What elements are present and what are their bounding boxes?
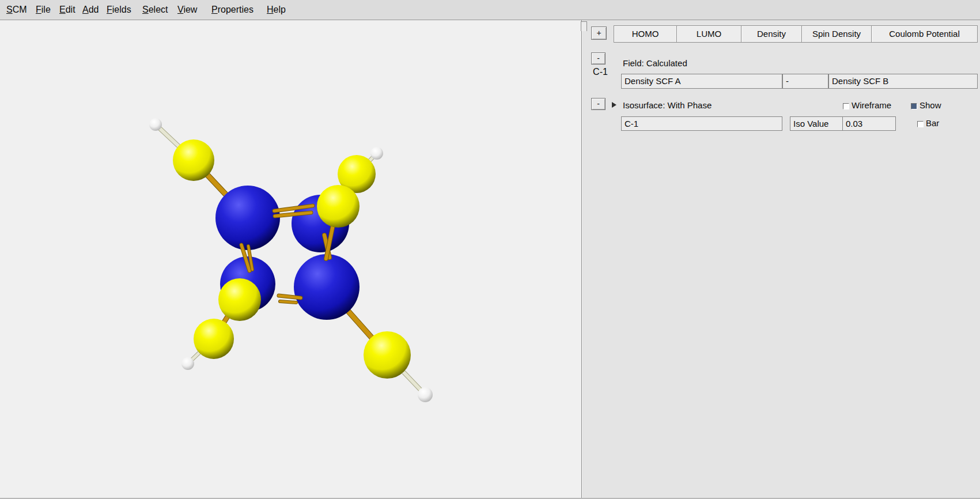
hydrogen-atom[interactable] [181, 357, 194, 370]
sash-handle-icon[interactable] [581, 21, 587, 31]
menu-select[interactable]: Select [141, 0, 169, 20]
hydrogen-atom[interactable] [149, 118, 162, 131]
menu-bar: SCMFileEditAddFieldsSelectViewProperties… [0, 0, 980, 20]
show-label[interactable]: Show [920, 100, 941, 110]
menu-add[interactable]: Add [81, 0, 100, 20]
isosurface-section-title: Isosurface: With Phase [623, 100, 712, 110]
menu-fields[interactable]: Fields [105, 0, 133, 20]
menu-edit[interactable]: Edit [58, 0, 77, 20]
field-b-select[interactable]: Density SCF B [828, 74, 978, 89]
isosurface-name-input[interactable]: C-1 [621, 116, 782, 131]
menu-scm[interactable]: SCM [5, 0, 29, 20]
iso-value-input[interactable]: 0.03 [842, 116, 896, 131]
fields-panel [582, 20, 980, 499]
tab-coulomb-potential[interactable]: Coulomb Potential [871, 25, 978, 43]
tab-lumo[interactable]: LUMO [676, 25, 741, 43]
menu-properties[interactable]: Properties [210, 0, 255, 20]
field-section-title: Field: Calculated [623, 58, 687, 68]
field-operator-select[interactable]: - [782, 74, 828, 89]
collapse-field-button[interactable]: - [591, 52, 606, 65]
application-window: SCMFileEditAddFieldsSelectViewProperties… [0, 0, 980, 499]
sulfur-atom[interactable] [364, 331, 411, 379]
molecule-viewport[interactable] [0, 20, 581, 499]
slice-label: C-1 [589, 67, 612, 77]
hydrogen-atom[interactable] [370, 147, 383, 160]
expander-triangle-icon[interactable] [612, 102, 616, 108]
sulfur-atom[interactable] [173, 139, 214, 181]
add-field-button[interactable]: + [591, 27, 607, 40]
wireframe-checkbox[interactable] [843, 103, 849, 109]
collapse-isosurface-button[interactable]: - [591, 98, 606, 110]
sulfur-atom[interactable] [194, 319, 234, 359]
bar-label[interactable]: Bar [926, 118, 939, 128]
sulfur-atom[interactable] [317, 185, 360, 228]
menu-help[interactable]: Help [265, 0, 287, 20]
isosurface-lobe[interactable] [294, 254, 360, 320]
tab-density[interactable]: Density [741, 25, 802, 43]
tab-spin-density[interactable]: Spin Density [801, 25, 872, 43]
sulfur-atom[interactable] [218, 278, 261, 321]
wireframe-label[interactable]: Wireframe [852, 100, 891, 110]
molecule-render [0, 20, 581, 499]
iso-value-label: Iso Value [790, 116, 843, 131]
isosurface-lobe[interactable] [215, 186, 280, 250]
bar-checkbox[interactable] [917, 121, 924, 127]
tab-homo[interactable]: HOMO [614, 25, 677, 43]
menu-view[interactable]: View [176, 0, 199, 20]
show-checkbox[interactable] [911, 103, 917, 109]
bond [280, 301, 296, 303]
hydrogen-atom[interactable] [418, 387, 433, 402]
field-a-select[interactable]: Density SCF A [621, 74, 782, 89]
menu-file[interactable]: File [34, 0, 52, 20]
